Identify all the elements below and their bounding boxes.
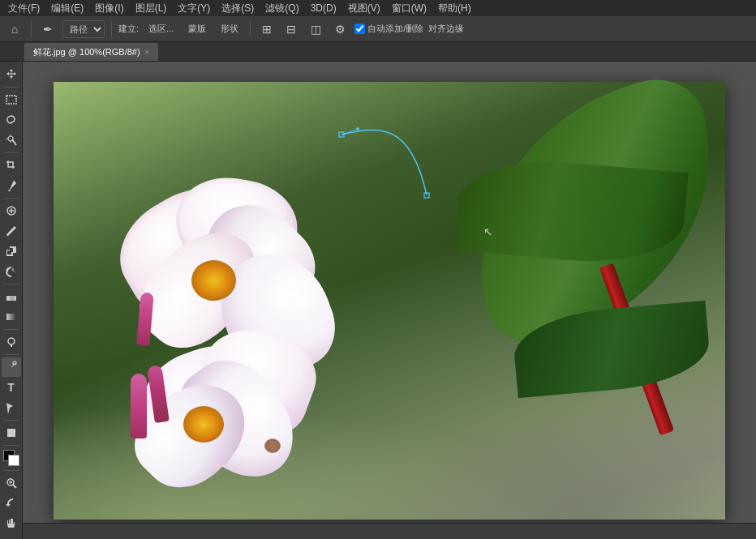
auto-add-wrapper: 自动添加/删除 bbox=[354, 23, 423, 35]
tab-bar: 鲜花.jpg @ 100%(RGB/8#) × bbox=[0, 42, 756, 62]
tool-zoom[interactable] bbox=[2, 473, 21, 493]
tools-sep-2 bbox=[3, 152, 19, 153]
tools-sep-7 bbox=[3, 420, 19, 421]
menu-edit[interactable]: 编辑(E) bbox=[46, 1, 88, 16]
auto-add-checkbox[interactable] bbox=[354, 24, 365, 34]
tool-rotate-view[interactable] bbox=[2, 494, 21, 513]
tool-magic-wand[interactable] bbox=[2, 130, 21, 150]
path-arrange-btn[interactable]: ◫ bbox=[306, 19, 325, 39]
home-icon: ⌂ bbox=[11, 23, 18, 36]
menu-file[interactable]: 文件(F) bbox=[3, 1, 45, 16]
tools-sep-6 bbox=[3, 354, 19, 355]
path-align-icon: ⊟ bbox=[286, 23, 296, 36]
menu-type[interactable]: 文字(Y) bbox=[173, 1, 215, 16]
tool-rect-marquee[interactable] bbox=[2, 90, 21, 109]
type-icon: T bbox=[7, 381, 15, 394]
flower-center-1 bbox=[191, 260, 236, 301]
canvas-area: ↖ bbox=[23, 62, 756, 539]
tab-close-btn[interactable]: × bbox=[145, 48, 150, 57]
toolbar-sep-2 bbox=[111, 21, 112, 37]
path-type-select[interactable]: 路径 bbox=[62, 20, 105, 38]
home-button[interactable]: ⌂ bbox=[5, 19, 24, 39]
tool-healing[interactable] bbox=[2, 201, 21, 220]
tools-sep-1 bbox=[3, 87, 19, 88]
svg-rect-11 bbox=[10, 296, 15, 301]
path-align-btn[interactable]: ⊟ bbox=[281, 19, 301, 39]
menu-layer[interactable]: 图层(L) bbox=[131, 1, 172, 16]
toolbar-sep-1 bbox=[31, 21, 32, 37]
svg-rect-0 bbox=[6, 96, 16, 104]
main-area: T bbox=[0, 62, 756, 539]
background-color[interactable] bbox=[8, 455, 19, 466]
menu-filter[interactable]: 滤镜(Q) bbox=[260, 1, 303, 16]
brown-spot bbox=[264, 438, 281, 453]
options-toolbar: ⌂ ✒ 路径 建立: 选区... 蒙版 形状 ⊞ ⊟ ◫ ⚙ 自动添加/删除 对… bbox=[0, 16, 756, 42]
gear-icon: ⚙ bbox=[335, 23, 346, 36]
status-bar bbox=[23, 523, 756, 539]
svg-line-18 bbox=[13, 485, 16, 488]
document-tab[interactable]: 鲜花.jpg @ 100%(RGB/8#) × bbox=[24, 43, 158, 61]
svg-rect-16 bbox=[7, 429, 15, 437]
path-ops-icon: ⊞ bbox=[262, 23, 272, 36]
path-ops-btn[interactable]: ⊞ bbox=[257, 19, 277, 39]
tool-lasso[interactable] bbox=[2, 110, 21, 130]
tool-path-select[interactable] bbox=[2, 398, 21, 417]
tab-filename: 鲜花.jpg @ 100%(RGB/8#) bbox=[33, 46, 140, 58]
menu-bar: 文件(F) 编辑(E) 图像(I) 图层(L) 文字(Y) 选择(S) 滤镜(Q… bbox=[0, 0, 756, 16]
mask-btn[interactable]: 蒙版 bbox=[183, 19, 211, 39]
shape-btn[interactable]: 形状 bbox=[216, 19, 243, 39]
svg-point-9 bbox=[6, 233, 9, 236]
tool-gradient[interactable] bbox=[2, 307, 21, 327]
gear-btn[interactable]: ⚙ bbox=[330, 19, 350, 39]
flower-center-2 bbox=[183, 406, 224, 443]
auto-add-label: 自动添加/删除 bbox=[367, 23, 423, 35]
tools-sep-3 bbox=[3, 198, 19, 199]
svg-rect-12 bbox=[6, 314, 16, 320]
menu-3d[interactable]: 3D(D) bbox=[306, 2, 341, 15]
tools-sep-8 bbox=[3, 445, 19, 446]
tool-crop[interactable] bbox=[2, 156, 21, 175]
pen-tool-btn[interactable]: ✒ bbox=[38, 19, 58, 39]
tools-sep-9 bbox=[3, 470, 19, 471]
toolbar-sep-3 bbox=[250, 21, 251, 37]
path-arrange-icon: ◫ bbox=[311, 23, 321, 36]
tools-sep-5 bbox=[3, 329, 19, 330]
selection-btn[interactable]: 选区... bbox=[144, 19, 178, 39]
svg-point-13 bbox=[8, 338, 15, 344]
canvas-container: ↖ bbox=[54, 82, 725, 520]
menu-window[interactable]: 窗口(W) bbox=[387, 1, 432, 16]
tool-brush[interactable] bbox=[2, 221, 21, 241]
menu-view[interactable]: 视图(V) bbox=[343, 1, 385, 16]
align-edges-label: 对齐边缘 bbox=[428, 23, 464, 35]
tool-pen[interactable] bbox=[2, 357, 21, 377]
tool-history-brush[interactable] bbox=[2, 262, 21, 281]
tool-clone[interactable] bbox=[2, 242, 21, 261]
tools-sep-4 bbox=[3, 284, 19, 284]
color-swatches[interactable] bbox=[3, 450, 19, 466]
pen-icon: ✒ bbox=[43, 23, 53, 36]
tool-eraser[interactable] bbox=[2, 287, 21, 306]
menu-select[interactable]: 选择(S) bbox=[217, 1, 259, 16]
tool-shape[interactable] bbox=[2, 423, 21, 443]
canvas-image: ↖ bbox=[54, 82, 725, 520]
pink-bud-1 bbox=[131, 374, 147, 438]
menu-help[interactable]: 帮助(H) bbox=[433, 1, 476, 16]
tool-hand[interactable] bbox=[2, 514, 21, 533]
tool-move[interactable] bbox=[2, 65, 21, 84]
menu-image[interactable]: 图像(I) bbox=[90, 1, 128, 16]
tool-eyedropper[interactable] bbox=[2, 176, 21, 195]
svg-point-2 bbox=[8, 136, 13, 141]
tool-dodge[interactable] bbox=[2, 332, 21, 352]
build-label: 建立: bbox=[118, 23, 139, 35]
tools-panel: T bbox=[0, 62, 23, 539]
tool-type[interactable]: T bbox=[2, 378, 21, 397]
